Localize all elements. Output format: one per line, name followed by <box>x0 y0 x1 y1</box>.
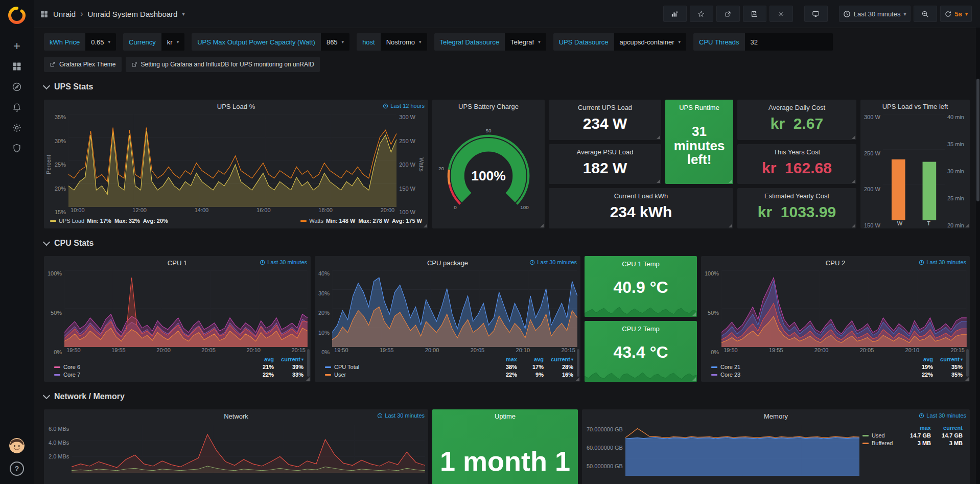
link-ups-monitoring-guide[interactable]: Setting up Grafana and InfluxDB for UPS … <box>126 57 320 72</box>
stat-title[interactable]: This Years Cost <box>737 148 856 156</box>
panel-ups-runtime: UPS Runtime 31 minutes left! <box>665 100 733 184</box>
stat-title[interactable]: Average Daily Cost <box>737 104 856 111</box>
panel-ups-load-vs-time-left: UPS Load vs Time left 300 W250 W200 W150… <box>860 100 970 228</box>
dashboard-settings-button[interactable] <box>769 6 793 22</box>
share-dashboard-button[interactable] <box>716 6 740 22</box>
variable-label: UPS Datasource <box>553 33 614 51</box>
legend-scrollbar[interactable] <box>577 349 579 377</box>
cpu1-chart[interactable] <box>64 270 308 347</box>
legend-series-core23[interactable]: Core 23 <box>711 372 906 378</box>
cpu2-chart[interactable] <box>721 270 967 347</box>
variable-value-dropdown[interactable]: 865▾ <box>321 33 349 51</box>
scrollbar-thumb[interactable] <box>976 79 979 201</box>
stat-title[interactable]: Average PSU Load <box>549 148 661 156</box>
sidebar-dashboards-button[interactable] <box>6 56 28 77</box>
sidebar-configuration-button[interactable] <box>6 118 28 138</box>
sidebar-explore-button[interactable] <box>6 77 28 97</box>
stat-title[interactable]: Current Load kWh <box>549 192 733 200</box>
breadcrumb-dashboard-title[interactable]: Unraid System Dashboard <box>88 10 178 18</box>
sidebar-alerting-button[interactable] <box>6 97 28 118</box>
sidebar-server-admin-button[interactable] <box>6 138 28 158</box>
memory-chart[interactable] <box>625 425 859 476</box>
cpu-package-chart[interactable] <box>332 270 577 347</box>
y-axis-left: 6.0 MBs4.0 MBs2.0 MBs <box>46 425 72 459</box>
legend-series-core21[interactable]: Core 21 <box>711 364 906 370</box>
user-avatar[interactable] <box>9 438 25 453</box>
section-ups-stats[interactable]: UPS Stats <box>44 78 970 96</box>
legend-value: 28% <box>544 364 573 370</box>
panel-title[interactable]: Uptime <box>495 412 516 420</box>
variable-value-dropdown[interactable]: 0.65▾ <box>85 33 116 51</box>
section-cpu-stats[interactable]: CPU Stats <box>44 235 970 252</box>
stat-title[interactable]: Current UPS Load <box>549 104 661 111</box>
stat-title[interactable]: CPU 2 Temp <box>585 325 697 333</box>
shield-icon <box>12 143 22 153</box>
time-override-badge: Last 30 minutes <box>919 412 966 419</box>
clock-icon <box>377 413 383 419</box>
star-dashboard-button[interactable] <box>690 6 713 22</box>
legend-header-avg[interactable]: avg <box>517 356 544 362</box>
ups-stat-cluster: Current UPS Load 234 W UPS Runtime 31 mi… <box>549 100 856 228</box>
stat-title[interactable]: Estimated Yearly Cost <box>737 192 856 200</box>
legend-series-ups-load[interactable]: UPS Load Min: 17% Max: 32% Avg: 20% <box>50 218 168 224</box>
time-range-picker[interactable]: Last 30 minutes ▾ <box>839 6 911 22</box>
dashboards-grid-icon <box>12 61 22 72</box>
legend-series-user[interactable]: User <box>325 372 491 378</box>
grafana-logo[interactable] <box>7 5 27 26</box>
panel-title[interactable]: Memory <box>764 412 788 420</box>
ups-vs-time-bar-chart[interactable] <box>883 114 945 220</box>
variable-value-dropdown[interactable]: Nostromo▾ <box>381 33 427 51</box>
legend-scrollbar[interactable] <box>307 349 310 377</box>
variable-value-dropdown[interactable]: apcupsd-container▾ <box>614 33 687 51</box>
legend-series-used[interactable]: Used <box>862 432 899 439</box>
cycle-view-mode-button[interactable] <box>804 6 828 22</box>
cpu-threads-input[interactable] <box>745 33 833 51</box>
panel-title[interactable]: CPU 2 <box>826 259 845 267</box>
legend-header-avg[interactable]: avg <box>247 356 274 362</box>
legend-header-avg[interactable]: avg <box>906 356 933 362</box>
panel-title[interactable]: CPU 1 <box>168 259 187 267</box>
variable-value-dropdown[interactable]: Telegraf▾ <box>505 33 546 51</box>
save-dashboard-button[interactable] <box>743 6 766 22</box>
stat-title[interactable]: CPU 1 Temp <box>585 260 697 268</box>
panel-title[interactable]: Network <box>224 412 248 420</box>
dashboard-dropdown-caret-icon[interactable]: ▾ <box>182 11 184 17</box>
collapse-chevron-icon <box>43 392 50 399</box>
legend-series-cpu-total[interactable]: CPU Total <box>325 364 491 370</box>
add-panel-button[interactable] <box>663 6 687 22</box>
y-axis-left: 40%30%20%10%0% <box>316 270 332 355</box>
panel-title[interactable]: UPS Battery Charge <box>458 103 519 110</box>
legend-header-current[interactable]: current▾ <box>933 356 963 362</box>
legend-value: 16% <box>544 372 573 378</box>
legend-series-watts[interactable]: Watts Min: 148 W Max: 278 W Avg: 175 W <box>300 218 422 224</box>
legend-series-core6[interactable]: Core 6 <box>54 364 247 370</box>
breadcrumb-folder[interactable]: Unraid <box>53 10 76 18</box>
legend-header-max[interactable]: max <box>491 356 517 362</box>
legend-header-current[interactable]: current▾ <box>544 356 573 362</box>
variable-label: host <box>357 33 381 51</box>
section-network-memory[interactable]: Network / Memory <box>44 388 970 405</box>
bell-icon <box>12 102 22 112</box>
zoom-out-time-button[interactable] <box>914 6 937 22</box>
panel-title[interactable]: UPS Load % <box>217 103 255 110</box>
time-override-badge: Last 12 hours <box>383 103 425 109</box>
legend-header-max[interactable]: max <box>899 425 931 431</box>
legend-header-current[interactable]: current <box>931 425 963 431</box>
ups-load-chart[interactable] <box>68 114 396 207</box>
panel-title[interactable]: UPS Load vs Time left <box>882 103 948 110</box>
legend-series-core7[interactable]: Core 7 <box>54 372 247 378</box>
panel-title[interactable]: CPU package <box>427 259 468 267</box>
variable-label: Telegraf Datasource <box>434 33 505 51</box>
network-chart[interactable] <box>72 425 425 473</box>
stat-title[interactable]: UPS Runtime <box>665 104 733 111</box>
page-scrollbar[interactable] <box>976 28 980 484</box>
link-grafana-plex-theme[interactable]: Grafana Plex Theme <box>44 57 122 72</box>
legend-header-current[interactable]: current▾ <box>274 356 304 362</box>
sidebar-create-button[interactable]: + <box>6 36 28 56</box>
legend-value: 17% <box>517 364 544 370</box>
help-button[interactable]: ? <box>10 462 24 476</box>
legend-scrollbar[interactable] <box>966 349 969 377</box>
refresh-button[interactable]: 5s ▾ <box>940 6 972 22</box>
legend-series-buffered[interactable]: Buffered <box>862 440 899 446</box>
variable-value-dropdown[interactable]: kr▾ <box>161 33 184 51</box>
